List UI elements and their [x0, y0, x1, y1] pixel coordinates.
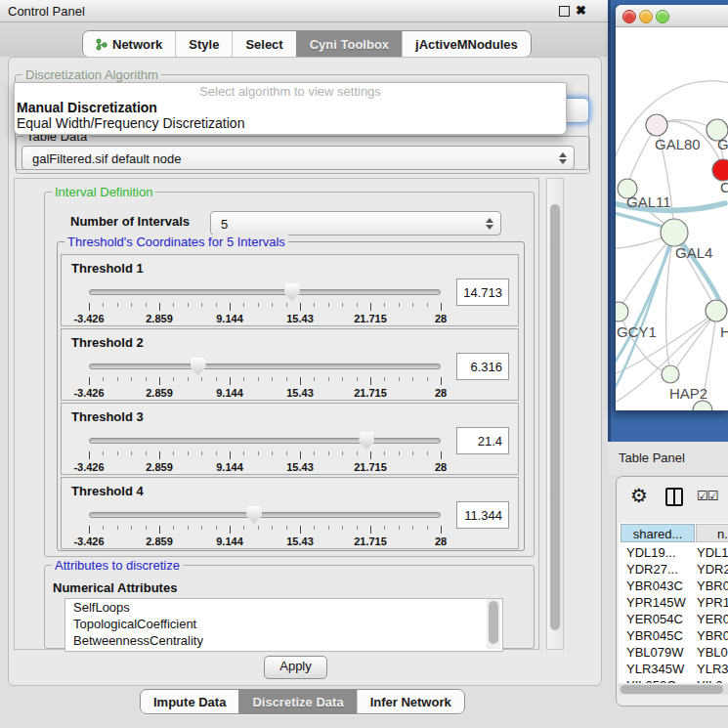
- num-intervals-combo[interactable]: 5: [210, 211, 501, 236]
- slider-scale: -3.4262.8599.14415.4321.71528: [89, 535, 441, 547]
- numerical-attributes-list[interactable]: SelfLoopsTopologicalCoefficientBetweenne…: [64, 598, 503, 652]
- slider-track[interactable]: [89, 512, 441, 518]
- threshold-value[interactable]: 11.344: [456, 501, 509, 529]
- threshold-row: Threshold 1 -3.4262.8599.14415.4321.7152…: [61, 254, 519, 326]
- settings-scrollbar[interactable]: [546, 178, 564, 650]
- slider-track[interactable]: [89, 438, 441, 444]
- slider-thumb[interactable]: [359, 432, 374, 450]
- tab-select[interactable]: Select: [232, 31, 295, 57]
- table-row[interactable]: YER054CYER0: [619, 611, 728, 627]
- threshold-row: Threshold 3 -3.4262.8599.14415.4321.7152…: [61, 403, 519, 475]
- threshold-slider[interactable]: -3.4262.8599.14415.4321.71528: [89, 357, 441, 396]
- slider-thumb[interactable]: [284, 283, 300, 301]
- network-node-label: C: [720, 179, 728, 195]
- scrollbar-thumb[interactable]: [621, 685, 723, 694]
- top-tabs: Network Style Select Cyni Toolbox jActiv…: [82, 30, 532, 58]
- threshold-row: Threshold 4 -3.4262.8599.14415.4321.7152…: [61, 477, 519, 549]
- tab-cyni-toolbox[interactable]: Cyni Toolbox: [296, 31, 402, 57]
- tab-infer-network[interactable]: Infer Network: [357, 690, 464, 713]
- slider-track[interactable]: [89, 364, 441, 369]
- scrollbar-thumb[interactable]: [550, 204, 560, 630]
- threshold-label: Threshold 1: [71, 261, 144, 276]
- tab-network[interactable]: Network: [83, 31, 175, 57]
- tab-impute-data[interactable]: Impute Data: [141, 690, 238, 713]
- titlebar: Control Panel ✖: [0, 0, 608, 22]
- table-row[interactable]: YLR345WYLR3: [619, 661, 728, 677]
- threshold-slider[interactable]: -3.4262.8599.14415.4321.71528: [89, 505, 441, 544]
- attribute-item[interactable]: TopologicalCoefficient: [65, 616, 502, 632]
- table-row[interactable]: YPR145WYPR1: [619, 594, 728, 611]
- tab-jactivemnodules[interactable]: jActiveMNodules: [402, 31, 531, 57]
- threshold-value[interactable]: 6.316: [456, 353, 509, 380]
- combo-stepper-icon: [559, 152, 567, 164]
- table-row[interactable]: YBR043CYBR0: [619, 578, 728, 594]
- tab-label: Discretize Data: [252, 695, 343, 709]
- table-panel: ⚙ ☑☑ shared... n... YDL19...YDL1YDR27...…: [616, 476, 728, 707]
- table-row[interactable]: YBL079WYBL0: [619, 644, 728, 661]
- attributes-group-label: Attributes to discretize: [52, 558, 183, 573]
- control-panel-window: Control Panel ✖ Network Style Select Cyn…: [0, 0, 728, 728]
- threshold-label: Threshold 2: [71, 335, 144, 350]
- network-canvas[interactable]: GAL80 GA C GAL11 GAL4 GCY1 H HAP2: [616, 26, 728, 410]
- scrollbar-thumb[interactable]: [489, 601, 498, 644]
- algorithm-dropdown-popup: Select algorithm to view settings Manual…: [14, 82, 567, 135]
- algorithm-group-label: Discretization Algorithm: [22, 67, 161, 82]
- tab-strip: Network Style Select Cyni Toolbox jActiv…: [0, 22, 608, 57]
- close-icon[interactable]: ✖: [576, 3, 586, 18]
- minimize-traffic-light-icon[interactable]: [639, 10, 653, 23]
- column-header-shared-name[interactable]: shared...: [621, 524, 695, 542]
- threshold-value[interactable]: 14.713: [456, 278, 509, 306]
- zoom-traffic-light-icon[interactable]: [656, 10, 669, 23]
- slider-ticks: [89, 451, 441, 460]
- slider-scale: -3.4262.8599.14415.4321.71528: [89, 461, 441, 473]
- checkbox-icons[interactable]: ☑☑: [697, 489, 717, 503]
- thresholds-group-label: Threshold's Coordinates for 5 Intervals: [64, 235, 288, 249]
- tab-style[interactable]: Style: [175, 31, 232, 57]
- table-row[interactable]: YDL19...YDL1: [619, 544, 728, 561]
- threshold-slider[interactable]: -3.4262.8599.14415.4321.71528: [89, 431, 441, 470]
- bottom-tabs: Impute Data Discretize Data Infer Networ…: [140, 689, 465, 714]
- slider-thumb[interactable]: [191, 358, 206, 375]
- tab-label: jActiveMNodules: [415, 37, 518, 52]
- slider-scale: -3.4262.8599.14415.4321.71528: [89, 387, 441, 399]
- network-node-label: GCY1: [617, 323, 657, 340]
- gear-icon[interactable]: ⚙: [630, 485, 648, 506]
- table-data-value: galFiltered.sif default node: [32, 150, 181, 165]
- attribute-item[interactable]: SelfLoops: [65, 599, 502, 616]
- tab-label: Cyni Toolbox: [310, 37, 389, 52]
- table-hscrollbar[interactable]: [619, 684, 728, 695]
- attributes-scrollbar[interactable]: [487, 599, 500, 649]
- slider-thumb[interactable]: [246, 506, 262, 524]
- slider-track[interactable]: [89, 289, 441, 295]
- num-intervals-label: Number of Intervals: [70, 214, 190, 229]
- attribute-item[interactable]: BetweennessCentrality: [65, 632, 502, 649]
- combo-stepper-icon: [486, 218, 493, 230]
- table-row[interactable]: YDR27...YDR2: [619, 561, 728, 578]
- network-node-label: GAL80: [655, 136, 701, 152]
- column-header-name[interactable]: n...: [696, 524, 728, 542]
- split-view-icon[interactable]: [665, 488, 683, 506]
- tab-discretize-data[interactable]: Discretize Data: [238, 690, 356, 713]
- numerical-attributes-label: Numerical Attributes: [53, 580, 177, 595]
- apply-button[interactable]: Apply: [264, 656, 327, 679]
- slider-ticks: [89, 526, 441, 535]
- slider-ticks: [89, 377, 441, 386]
- network-node-label: GA: [717, 136, 728, 152]
- algorithm-option[interactable]: Manual Discretization: [15, 100, 566, 115]
- table-panel-title: Table Panel: [619, 450, 685, 465]
- network-node-label: GAL11: [626, 193, 671, 210]
- table-row[interactable]: YBR045CYBR0: [619, 627, 728, 644]
- num-intervals-value: 5: [221, 216, 228, 231]
- slider-ticks: [89, 303, 441, 312]
- algorithm-option[interactable]: Equal Width/Frequency Discretization: [15, 115, 566, 131]
- network-window-titlebar[interactable]: [616, 5, 728, 27]
- threshold-slider[interactable]: -3.4262.8599.14415.4321.71528: [89, 282, 441, 321]
- threshold-list: Threshold 1 -3.4262.8599.14415.4321.7152…: [61, 254, 519, 551]
- table-row[interactable]: YIL052CYIL0: [619, 677, 728, 683]
- float-window-icon[interactable]: [559, 6, 570, 17]
- table-data-combo[interactable]: galFiltered.sif default node: [21, 146, 575, 170]
- threshold-value[interactable]: 21.4: [456, 427, 509, 454]
- close-traffic-light-icon[interactable]: [622, 10, 636, 23]
- tab-label: Style: [189, 37, 219, 52]
- interval-definition-label: Interval Definition: [52, 185, 155, 199]
